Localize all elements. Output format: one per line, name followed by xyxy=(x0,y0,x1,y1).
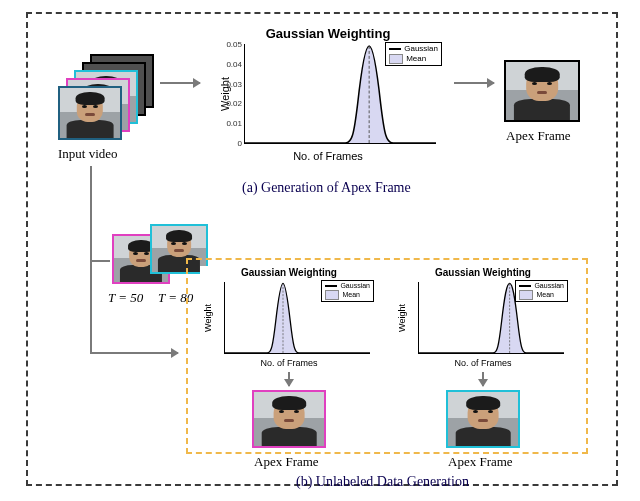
gaussian-plot-main: Gaussian Weighting Weight No. of Frames … xyxy=(210,24,446,164)
tick-to-smallframes xyxy=(92,260,110,262)
plot-xlabel-right: No. of Frames xyxy=(394,358,572,368)
label-input-video: Input video xyxy=(58,146,118,162)
plot-ylabel-left: Weight xyxy=(203,304,213,332)
plot-title-right: Gaussian Weighting xyxy=(394,267,572,278)
apex-frame-left xyxy=(252,390,326,448)
plot-xlabel-left: No. of Frames xyxy=(200,358,378,368)
plot-title-left: Gaussian Weighting xyxy=(200,267,378,278)
legend-mean: Mean xyxy=(406,54,426,64)
label-apex-frame-left: Apex Frame xyxy=(254,454,319,470)
plot-ylabel-right: Weight xyxy=(397,304,407,332)
gaussian-plot-right: Gaussian Weighting Weight No. of Frames … xyxy=(394,266,572,370)
caption-b: (b) Unlabeled Data Generation xyxy=(296,474,469,490)
figure-canvas: Input video Gaussian Weighting Weight No… xyxy=(0,0,640,501)
plot-xlabel: No. of Frames xyxy=(210,150,446,162)
gaussian-plot-left: Gaussian Weighting Weight No. of Frames … xyxy=(200,266,378,370)
label-apex-frame-right: Apex Frame xyxy=(448,454,513,470)
arrow-plot-left-to-apex xyxy=(288,372,290,386)
arrow-to-inner-box xyxy=(92,352,178,354)
label-apex-frame-main: Apex Frame xyxy=(506,128,571,144)
caption-a: (a) Generation of Apex Frame xyxy=(242,180,411,196)
label-t50: T = 50 xyxy=(108,290,143,306)
apex-frame-main xyxy=(504,60,580,122)
arrow-input-to-plot xyxy=(160,82,200,84)
apex-frame-right xyxy=(446,390,520,448)
video-frame-1 xyxy=(58,86,122,140)
plot-title: Gaussian Weighting xyxy=(210,26,446,41)
arrow-plot-right-to-apex xyxy=(482,372,484,386)
plot-legend: Gaussian Mean xyxy=(385,42,442,66)
arrow-plot-to-apex xyxy=(454,82,494,84)
legend-gaussian: Gaussian xyxy=(404,44,438,54)
